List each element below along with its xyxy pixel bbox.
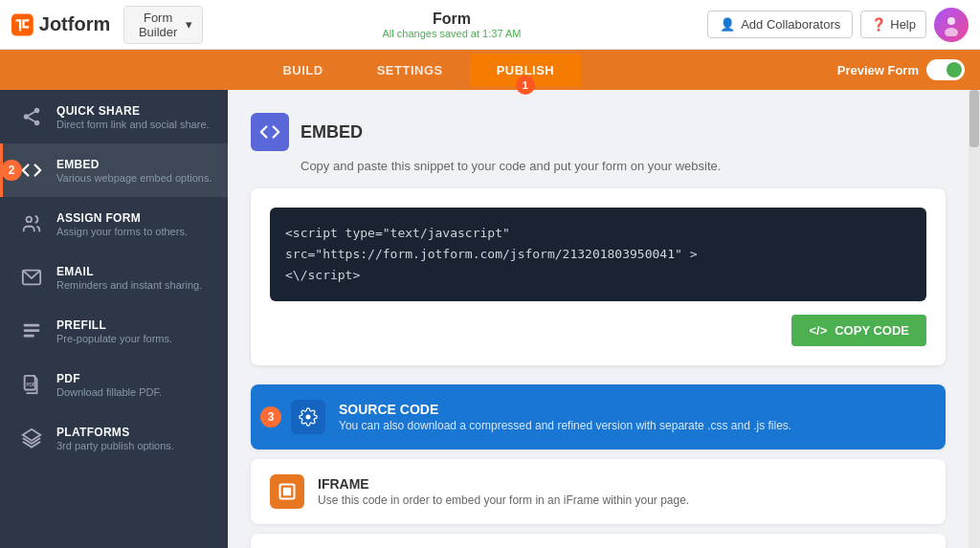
sidebar-title-assign-form: ASSIGN FORM — [56, 211, 188, 225]
sidebar-text-prefill: PREFILL Pre-populate your forms. — [56, 318, 172, 344]
sidebar-title-platforms: PLATFORMS — [56, 426, 174, 439]
svg-point-7 — [24, 114, 30, 120]
preview-form-label: Preview Form — [837, 63, 919, 77]
svg-text:PDF: PDF — [27, 383, 35, 387]
svg-point-6 — [34, 108, 40, 114]
sidebar-desc-email: Reminders and instant sharing. — [56, 279, 202, 291]
sidebar-item-platforms[interactable]: PLATFORMS 3rd party publish options. — [0, 411, 228, 465]
user-plus-icon: 👤 — [720, 17, 735, 32]
embed-section-desc: Copy and paste this snippet to your code… — [251, 159, 946, 173]
content-area: EMBED Copy and paste this snippet to you… — [228, 90, 969, 548]
sidebar-desc-assign-form: Assign your forms to others. — [56, 226, 188, 237]
question-icon: ❓ — [871, 17, 886, 32]
sidebar-text-pdf: PDF Download fillable PDF. — [56, 372, 162, 398]
option-text-iframe: IFRAME Use this code in order to embed y… — [318, 476, 689, 507]
sidebar-item-pdf[interactable]: PDF PDF Download fillable PDF. — [0, 358, 228, 411]
tab-build[interactable]: BUILD — [256, 54, 349, 87]
header-right: 👤 Add Collaborators ❓ Help — [701, 8, 969, 42]
help-label: Help — [890, 17, 916, 32]
scrollbar-thumb[interactable] — [969, 90, 979, 147]
svg-point-19 — [306, 415, 311, 420]
embed-icon-box — [251, 113, 289, 151]
code-line-1: <script type="text/javascript" — [285, 223, 911, 244]
preview-form-area: Preview Form — [837, 59, 980, 80]
add-collaborators-button[interactable]: 👤 Add Collaborators — [707, 11, 853, 38]
email-icon — [18, 264, 45, 291]
header: Jotform Form Builder ▾ Form All changes … — [0, 0, 980, 50]
sidebar-text-embed: EMBED Various webpage embed options. — [56, 158, 212, 184]
avatar[interactable] — [934, 8, 969, 42]
sidebar-text-quick-share: QUICK SHARE Direct form link and social … — [56, 104, 210, 130]
code-card: <script type="text/javascript" src="http… — [251, 188, 946, 365]
tab-bar-inner: BUILD SETTINGS PUBLISH 1 — [0, 54, 837, 87]
header-center: Form All changes saved at 1:37 AM — [203, 11, 701, 39]
sidebar-embed-badge: 2 — [1, 160, 22, 181]
gear-icon — [299, 407, 318, 427]
option-desc-iframe: Use this code in order to embed your for… — [318, 493, 689, 507]
sidebar-desc-pdf: Download fillable PDF. — [56, 386, 162, 398]
tab-publish-badge: 1 — [516, 76, 535, 95]
copy-code-label: COPY CODE — [835, 323, 909, 338]
code-line-2: src="https://form.jotform.com/jsform/213… — [285, 244, 911, 265]
svg-point-5 — [945, 28, 958, 36]
layers-icon — [18, 425, 45, 451]
jotform-logo-icon — [11, 10, 33, 40]
logo-text: Jotform — [39, 13, 110, 35]
tab-publish[interactable]: PUBLISH 1 — [470, 54, 582, 87]
sidebar-item-email[interactable]: EMAIL Reminders and instant sharing. — [0, 251, 228, 304]
svg-rect-14 — [24, 329, 40, 332]
copy-code-button[interactable]: </> COPY CODE — [791, 315, 926, 346]
svg-rect-15 — [24, 335, 34, 338]
sidebar-desc-embed: Various webpage embed options. — [56, 172, 212, 184]
sidebar-title-quick-share: QUICK SHARE — [56, 104, 210, 118]
form-title: Form — [203, 11, 701, 28]
form-builder-label: Form Builder — [134, 11, 182, 39]
tab-settings[interactable]: SETTINGS — [350, 54, 470, 87]
source-code-icon-box — [291, 400, 325, 434]
option-text-source-code: SOURCE CODE You can also download a comp… — [339, 402, 791, 432]
option-title-iframe: IFRAME — [318, 476, 689, 492]
sidebar-item-assign-form[interactable]: ASSIGN FORM Assign your forms to others. — [0, 197, 228, 251]
svg-rect-13 — [24, 324, 40, 327]
share-icon — [18, 103, 45, 130]
square-icon — [278, 482, 297, 501]
sidebar-title-pdf: PDF — [56, 372, 162, 385]
svg-point-11 — [27, 217, 33, 223]
form-builder-button[interactable]: Form Builder ▾ — [123, 6, 203, 44]
scrollbar[interactable] — [969, 90, 980, 548]
sidebar-title-email: EMAIL — [56, 265, 202, 278]
sidebar-title-embed: EMBED — [56, 158, 212, 171]
embed-code-icon — [259, 121, 280, 142]
sidebar-desc-platforms: 3rd party publish options. — [56, 440, 174, 451]
sidebar-text-assign-form: ASSIGN FORM Assign your forms to others. — [56, 211, 188, 237]
copy-code-icon: </> — [809, 323, 827, 338]
help-button[interactable]: ❓ Help — [860, 11, 926, 38]
svg-line-10 — [29, 112, 34, 116]
embed-section-title: EMBED — [301, 122, 363, 142]
sidebar-item-prefill[interactable]: PREFILL Pre-populate your forms. — [0, 304, 228, 358]
logo-area: Jotform Form Builder ▾ — [11, 6, 203, 44]
code-block: <script type="text/javascript" src="http… — [270, 208, 926, 301]
embed-header: EMBED — [251, 113, 946, 151]
option-iframe[interactable]: IFRAME Use this code in order to embed y… — [251, 459, 946, 524]
sidebar-item-quick-share[interactable]: QUICK SHARE Direct form link and social … — [0, 90, 228, 143]
chevron-down-icon: ▾ — [186, 17, 192, 32]
users-icon — [18, 210, 45, 237]
sidebar-desc-quick-share: Direct form link and social share. — [56, 119, 210, 130]
svg-rect-21 — [283, 488, 291, 495]
iframe-icon-box — [270, 474, 304, 509]
sidebar-item-embed[interactable]: 2 EMBED Various webpage embed options. — [0, 143, 228, 197]
option-title-source-code: SOURCE CODE — [339, 402, 791, 417]
code-icon — [18, 157, 45, 184]
option-source-code[interactable]: 3 SOURCE CODE You can also download a co… — [251, 384, 946, 449]
sidebar-text-platforms: PLATFORMS 3rd party publish options. — [56, 426, 174, 451]
svg-rect-3 — [19, 29, 21, 31]
tab-bar: BUILD SETTINGS PUBLISH 1 Preview Form — [0, 50, 980, 90]
main-layout: QUICK SHARE Direct form link and social … — [0, 90, 980, 548]
svg-point-4 — [947, 17, 955, 25]
avatar-icon — [940, 13, 963, 36]
code-line-3: <\/script> — [285, 265, 911, 286]
preview-form-toggle[interactable] — [926, 59, 965, 80]
option-wordpress[interactable]: WORDPRESS Use our free plugin to embed y… — [251, 534, 946, 548]
sidebar: QUICK SHARE Direct form link and social … — [0, 90, 228, 548]
